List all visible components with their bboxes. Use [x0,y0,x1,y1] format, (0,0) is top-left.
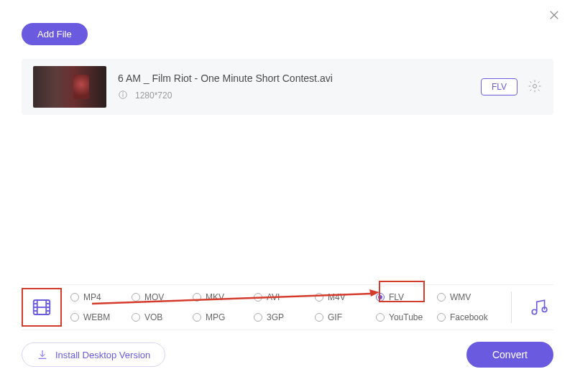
format-label: GIF [328,312,342,322]
format-label: MOV [144,292,164,302]
format-option-mpg[interactable]: MPG [193,309,254,326]
format-label: YouTube [389,312,423,322]
radio-icon [193,293,201,302]
audio-formats-tab[interactable] [525,298,553,317]
format-label: M4V [328,292,346,302]
file-item: 6 AM _ Film Riot - One Minute Short Cont… [22,59,553,115]
file-title: 6 AM _ Film Riot - One Minute Short Cont… [118,73,481,84]
format-option-avi[interactable]: AVI [254,289,315,306]
radio-icon [132,293,140,302]
info-icon[interactable] [118,90,128,102]
format-option-youtube[interactable]: YouTube [376,309,437,326]
format-option-flv[interactable]: FLV [376,289,437,306]
output-format-button[interactable]: FLV [481,78,518,95]
format-option-mkv[interactable]: MKV [193,289,254,306]
format-option-mov[interactable]: MOV [132,289,193,306]
format-label: Facebook [450,312,488,322]
format-option-facebook[interactable]: Facebook [437,309,498,326]
format-option-gif[interactable]: GIF [315,309,376,326]
format-option-webm[interactable]: WEBM [70,309,132,326]
convert-button[interactable]: Convert [466,342,553,368]
install-desktop-button[interactable]: Install Desktop Version [22,342,165,367]
file-resolution: 1280*720 [135,90,172,101]
format-label: 3GP [267,312,284,322]
format-panel: MP4MOVMKVAVIM4VFLVWMVWEBMVOBMPG3GPGIFYou… [22,284,553,330]
format-label: MP4 [83,292,101,302]
svg-point-3 [533,84,537,88]
format-label: WMV [450,292,471,302]
format-option-3gp[interactable]: 3GP [254,309,315,326]
radio-icon [70,313,79,322]
radio-icon [70,293,79,302]
install-desktop-label: Install Desktop Version [55,350,150,360]
format-label: FLV [389,292,404,302]
radio-icon [254,313,262,322]
radio-icon [132,313,140,322]
radio-icon [315,293,323,302]
format-label: VOB [144,312,162,322]
format-option-mp4[interactable]: MP4 [70,289,132,306]
radio-icon [376,293,385,302]
video-formats-tab[interactable] [22,288,62,327]
format-label: WEBM [83,312,110,322]
radio-icon [437,313,446,322]
radio-icon [193,313,201,322]
add-file-button[interactable]: Add File [22,23,88,45]
radio-icon [437,293,446,302]
close-button[interactable] [548,9,561,24]
file-thumbnail[interactable] [33,66,106,108]
format-option-wmv[interactable]: WMV [437,289,498,306]
format-label: MKV [206,292,224,302]
settings-button[interactable] [528,79,542,95]
format-label: MPG [206,312,225,322]
format-option-vob[interactable]: VOB [132,309,193,326]
radio-icon [315,313,323,322]
radio-icon [254,293,262,302]
svg-point-2 [123,92,124,93]
format-label: AVI [267,292,280,302]
panel-divider [511,291,512,323]
radio-icon [376,313,385,322]
format-option-m4v[interactable]: M4V [315,289,376,306]
